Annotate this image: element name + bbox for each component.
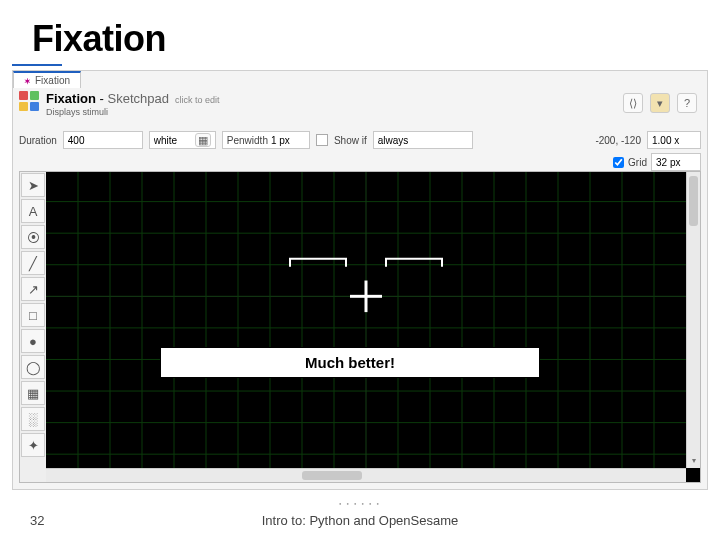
grid-label: Grid — [628, 157, 647, 168]
showif-label: Show if — [334, 135, 367, 146]
slide-footer: Intro to: Python and OpenSesame — [0, 513, 720, 528]
color-picker[interactable]: ▦ — [149, 131, 216, 149]
settings-button[interactable]: ▾ — [650, 93, 670, 113]
arrow-tool[interactable]: ↗ — [21, 277, 45, 301]
horizontal-scrollbar[interactable] — [46, 468, 686, 482]
rect-tool[interactable]: □ — [21, 303, 45, 327]
item-header: Fixation - Sketchpadclick to edit Displa… — [19, 91, 701, 125]
text-tool[interactable]: A — [21, 199, 45, 223]
showif-input[interactable] — [378, 135, 468, 146]
vertical-scrollbar[interactable]: ▴▾ — [686, 172, 700, 468]
help-button[interactable]: ? — [677, 93, 697, 113]
fixation-tool[interactable]: ✦ — [21, 433, 45, 457]
penwidth-label: Penwidth — [227, 135, 268, 146]
item-type: - Sketchpad — [100, 91, 169, 106]
title-underline — [12, 64, 62, 66]
sketchpad-editor: ➤A⦿╱↗□●◯▦░✦ — [19, 171, 701, 483]
canvas[interactable] — [46, 172, 686, 468]
zoom-input[interactable] — [652, 135, 696, 146]
fill-color-swatch[interactable] — [316, 134, 328, 146]
duration-label: Duration — [19, 135, 57, 146]
footer-dots: ● ● ● ● ● ● — [0, 501, 720, 506]
close-icon[interactable]: ✶ — [24, 77, 31, 86]
scrollbar-thumb[interactable] — [689, 176, 698, 226]
item-tab[interactable]: ✶Fixation — [13, 71, 81, 88]
opensesame-window: ✶Fixation Fixation - Sketchpadclick to e… — [12, 70, 708, 490]
scrollbar-thumb[interactable] — [302, 471, 362, 480]
image-tool[interactable]: ⦿ — [21, 225, 45, 249]
circle-tool[interactable]: ● — [21, 329, 45, 353]
line-tool[interactable]: ╱ — [21, 251, 45, 275]
item-description[interactable]: Displays stimuli — [46, 107, 219, 117]
item-name[interactable]: Fixation — [46, 91, 96, 106]
view-script-button[interactable]: ⟨⟩ — [623, 93, 643, 113]
annotation-callout: Much better! — [160, 347, 540, 378]
pointer-tool[interactable]: ➤ — [21, 173, 45, 197]
grid-input[interactable] — [656, 157, 696, 168]
penwidth-input[interactable] — [271, 135, 305, 146]
gabor-tool[interactable]: ▦ — [21, 381, 45, 405]
noise-tool[interactable]: ░ — [21, 407, 45, 431]
click-to-edit-hint: click to edit — [175, 95, 220, 105]
scroll-down-icon[interactable]: ▾ — [687, 454, 700, 468]
slide-title: Fixation — [32, 18, 166, 60]
tool-palette: ➤A⦿╱↗□●◯▦░✦ — [20, 172, 46, 482]
ellipse-tool[interactable]: ◯ — [21, 355, 45, 379]
color-picker-icon[interactable]: ▦ — [195, 133, 211, 147]
cursor-coords: -200, -120 — [595, 135, 641, 146]
opensesame-icon — [19, 91, 39, 111]
grid-checkbox[interactable] — [613, 157, 624, 168]
options-bar: Duration ▦ Penwidth Show if -200, -120 — [19, 129, 701, 151]
duration-input[interactable] — [68, 135, 138, 146]
